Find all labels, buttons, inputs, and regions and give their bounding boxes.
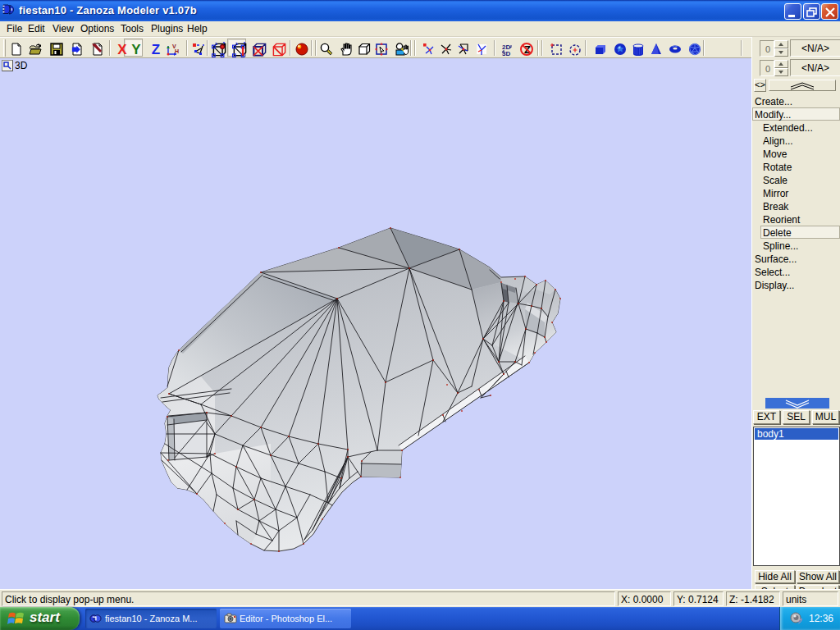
svg-text:X: X	[117, 42, 127, 57]
svg-text:Y: Y	[131, 42, 141, 57]
svg-text:H: H	[175, 48, 179, 54]
svg-text:Z: Z	[152, 42, 160, 57]
